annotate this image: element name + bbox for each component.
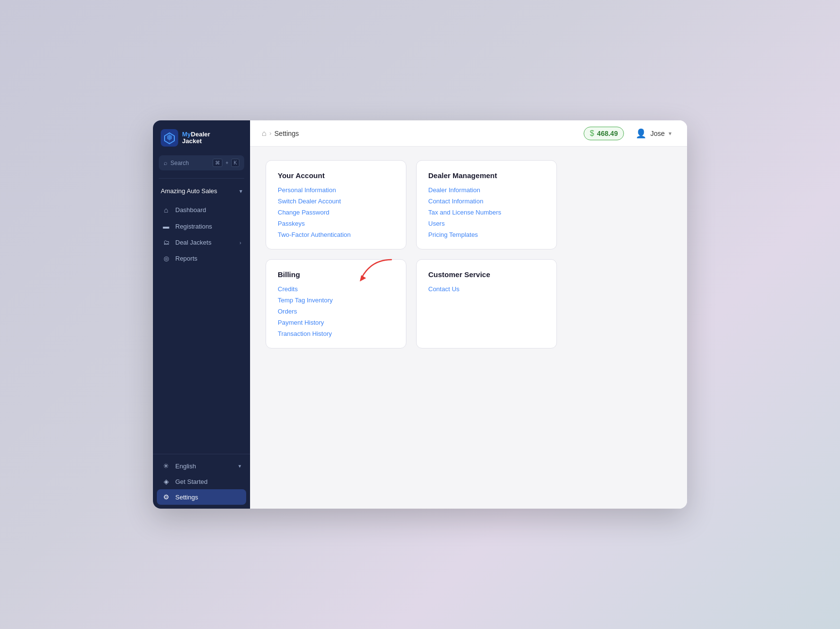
user-avatar-icon: 👤 [636, 128, 646, 139]
dealer-information-link[interactable]: Dealer Information [428, 186, 545, 194]
customer-service-card: Customer Service Contact Us [416, 259, 557, 348]
get-started-icon: ◈ [162, 478, 170, 485]
dealer-management-title: Dealer Management [428, 171, 545, 180]
sidebar-item-dashboard[interactable]: ⌂ Dashboard [157, 201, 246, 218]
your-account-title: Your Account [278, 171, 394, 180]
main-content: ⌂ › Settings $ 468.49 👤 Jose ▾ Your A [250, 120, 687, 509]
search-kbd-plus: + [225, 160, 228, 166]
user-name: Jose [650, 130, 665, 137]
sidebar-language-label: English [175, 463, 196, 470]
topbar-right: $ 468.49 👤 Jose ▾ [584, 126, 675, 141]
customer-service-title: Customer Service [428, 270, 545, 279]
sidebar: MyDealer Jacket ⌕ Search ⌘ + K Amazing A… [153, 120, 250, 509]
registrations-icon: ▬ [162, 223, 170, 230]
sidebar-item-deal-jackets-label: Deal Jackets [175, 239, 211, 246]
billing-card: Billing Credits Temp Tag Inventory Order… [266, 259, 406, 348]
sidebar-item-settings[interactable]: ⚙ Settings [157, 489, 246, 505]
breadcrumb-current-page: Settings [274, 130, 299, 137]
sidebar-item-reports-label: Reports [175, 255, 198, 262]
sidebar-item-get-started[interactable]: ◈ Get Started [157, 474, 246, 489]
settings-content: Your Account Personal Information Switch… [250, 147, 687, 509]
personal-information-link[interactable]: Personal Information [278, 186, 394, 194]
sidebar-logo[interactable]: MyDealer Jacket [153, 120, 250, 153]
billing-title: Billing [278, 270, 394, 279]
sidebar-item-dashboard-label: Dashboard [175, 206, 206, 214]
breadcrumb-separator: › [269, 130, 271, 137]
balance-badge[interactable]: $ 468.49 [584, 127, 624, 140]
sidebar-item-registrations-label: Registrations [175, 223, 212, 230]
search-kbd-cmd: ⌘ [213, 159, 222, 167]
sidebar-nav: ⌂ Dashboard ▬ Registrations 🗂 Deal Jacke… [153, 199, 250, 454]
sidebar-bottom: ✳ English ▾ ◈ Get Started ⚙ Settings [153, 454, 250, 509]
sidebar-divider [159, 178, 244, 179]
home-breadcrumb-icon[interactable]: ⌂ [262, 129, 267, 138]
dealer-section: Amazing Auto Sales ▾ [153, 182, 250, 199]
search-input-label: Search [170, 160, 210, 166]
dealer-selector[interactable]: Amazing Auto Sales ▾ [159, 184, 244, 198]
user-menu[interactable]: 👤 Jose ▾ [632, 126, 675, 141]
topbar: ⌂ › Settings $ 468.49 👤 Jose ▾ [250, 120, 687, 147]
dealer-management-card: Dealer Management Dealer Information Con… [416, 160, 557, 249]
search-icon: ⌕ [164, 159, 168, 166]
language-icon: ✳ [162, 462, 170, 470]
arrow-annotation-svg [343, 255, 401, 284]
app-window: MyDealer Jacket ⌕ Search ⌘ + K Amazing A… [153, 120, 687, 509]
search-kbd-k: K [231, 159, 239, 167]
sidebar-item-deal-jackets[interactable]: 🗂 Deal Jackets › [157, 234, 246, 250]
language-chevron-icon: ▾ [238, 463, 241, 469]
users-link[interactable]: Users [428, 220, 545, 227]
sidebar-get-started-label: Get Started [175, 478, 207, 485]
sidebar-item-language[interactable]: ✳ English ▾ [157, 458, 246, 474]
temp-tag-inventory-link[interactable]: Temp Tag Inventory [278, 297, 394, 304]
dashboard-icon: ⌂ [162, 206, 170, 214]
contact-us-link[interactable]: Contact Us [428, 285, 545, 293]
tax-license-numbers-link[interactable]: Tax and License Numbers [428, 209, 545, 216]
switch-dealer-account-link[interactable]: Switch Dealer Account [278, 198, 394, 205]
change-password-link[interactable]: Change Password [278, 209, 394, 216]
reports-icon: ◎ [162, 255, 170, 262]
search-bar[interactable]: ⌕ Search ⌘ + K [159, 155, 244, 170]
two-factor-auth-link[interactable]: Two-Factor Authentication [278, 231, 394, 238]
logo-icon [161, 129, 178, 147]
dealer-chevron-icon: ▾ [239, 188, 242, 195]
sidebar-settings-label: Settings [175, 494, 198, 501]
pricing-templates-link[interactable]: Pricing Templates [428, 231, 545, 238]
deal-jackets-chevron-icon: › [239, 240, 241, 246]
payment-history-link[interactable]: Payment History [278, 319, 394, 326]
sidebar-item-registrations[interactable]: ▬ Registrations [157, 218, 246, 234]
your-account-card: Your Account Personal Information Switch… [266, 160, 406, 249]
user-menu-chevron-icon: ▾ [669, 130, 672, 137]
deal-jackets-icon: 🗂 [162, 239, 170, 246]
credits-link[interactable]: Credits [278, 285, 394, 293]
passkeys-link[interactable]: Passkeys [278, 220, 394, 227]
breadcrumb: ⌂ › Settings [262, 129, 580, 138]
transaction-history-link[interactable]: Transaction History [278, 330, 394, 337]
contact-information-link[interactable]: Contact Information [428, 198, 545, 205]
dealer-name: Amazing Auto Sales [161, 187, 217, 195]
orders-link[interactable]: Orders [278, 308, 394, 315]
sidebar-item-reports[interactable]: ◎ Reports [157, 250, 246, 266]
balance-icon: $ [590, 129, 594, 138]
settings-icon: ⚙ [162, 493, 170, 501]
logo-text: MyDealer Jacket [182, 131, 210, 145]
balance-amount: 468.49 [597, 130, 618, 137]
